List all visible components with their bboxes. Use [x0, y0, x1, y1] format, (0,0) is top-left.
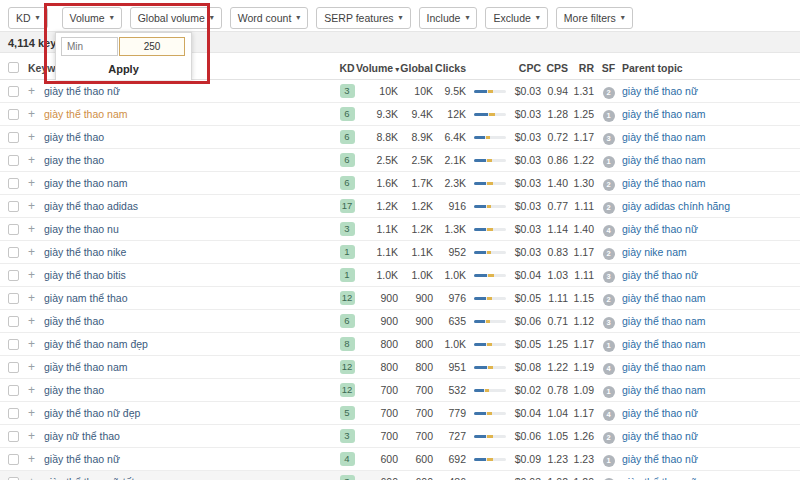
- keyword-link[interactable]: giày thể thao: [44, 131, 104, 143]
- plus-icon[interactable]: +: [28, 222, 35, 236]
- header-parent-topic[interactable]: Parent topic: [622, 62, 683, 74]
- plus-icon[interactable]: +: [28, 383, 35, 397]
- filter-word-count-button[interactable]: Word count ▾: [230, 7, 309, 29]
- select-all-checkbox[interactable]: [8, 62, 19, 73]
- header-cpc[interactable]: CPC: [498, 62, 541, 74]
- keyword-link[interactable]: giày thể thao nam đẹp: [44, 338, 148, 350]
- sf-badge[interactable]: 2: [603, 248, 615, 260]
- row-checkbox[interactable]: [8, 86, 19, 97]
- parent-topic-link[interactable]: giày thể thao nam: [622, 292, 705, 304]
- row-checkbox[interactable]: [8, 316, 19, 327]
- keyword-link[interactable]: giay the thao nu: [44, 223, 119, 235]
- sf-badge[interactable]: 4: [603, 409, 615, 421]
- row-checkbox[interactable]: [8, 293, 19, 304]
- apply-button[interactable]: Apply: [56, 58, 191, 80]
- parent-topic-link[interactable]: giày thể thao nam: [622, 338, 705, 350]
- row-checkbox[interactable]: [8, 362, 19, 373]
- keyword-link[interactable]: giày thể thao adidas: [44, 200, 138, 212]
- filter-volume-button[interactable]: Volume ▾: [62, 7, 122, 29]
- plus-icon[interactable]: +: [28, 107, 35, 121]
- filter-serp-features-button[interactable]: SERP features ▾: [316, 7, 410, 29]
- parent-topic-link[interactable]: giày thể thao nam: [622, 384, 705, 396]
- sf-badge[interactable]: 1: [603, 156, 615, 168]
- parent-topic-link[interactable]: giày thể thao nam: [622, 131, 705, 143]
- sf-badge[interactable]: 2: [603, 179, 615, 191]
- keyword-link[interactable]: giầy thể thao: [44, 315, 104, 327]
- sf-badge[interactable]: 1: [603, 455, 615, 467]
- plus-icon[interactable]: +: [28, 268, 35, 282]
- sf-badge[interactable]: 2: [603, 432, 615, 444]
- row-checkbox[interactable]: [8, 247, 19, 258]
- keyword-link[interactable]: giày thể thao nike: [44, 246, 126, 258]
- row-checkbox[interactable]: [8, 454, 19, 465]
- plus-icon[interactable]: +: [28, 452, 35, 466]
- sf-badge[interactable]: 3: [603, 271, 615, 283]
- plus-icon[interactable]: +: [28, 475, 35, 480]
- parent-topic-link[interactable]: giày thể thao nữ: [622, 453, 698, 465]
- sf-badge[interactable]: 4: [603, 363, 615, 375]
- sf-badge[interactable]: 1: [603, 386, 615, 398]
- parent-topic-link[interactable]: giày thể thao nam: [622, 315, 705, 327]
- parent-topic-link[interactable]: giày adidas chính hãng: [622, 200, 730, 212]
- keyword-link[interactable]: giày nữ thể thao: [44, 430, 120, 442]
- header-clicks[interactable]: Clicks: [430, 62, 466, 74]
- keyword-link[interactable]: giày thể thao bitis: [44, 269, 126, 281]
- parent-topic-link[interactable]: giày thể thao nam: [622, 154, 705, 166]
- parent-topic-link[interactable]: giày thể thao nữ: [622, 407, 698, 419]
- row-checkbox[interactable]: [8, 431, 19, 442]
- row-checkbox[interactable]: [8, 224, 19, 235]
- plus-icon[interactable]: +: [28, 84, 35, 98]
- row-checkbox[interactable]: [8, 408, 19, 419]
- parent-topic-link[interactable]: giày thể thao nữ: [622, 85, 698, 97]
- header-volume[interactable]: Volume▾: [356, 62, 398, 74]
- keyword-link[interactable]: giầy thể thao nam: [44, 361, 127, 373]
- keyword-link[interactable]: giầy thể thao nữ: [44, 453, 120, 465]
- row-checkbox[interactable]: [8, 132, 19, 143]
- sf-badge[interactable]: 2: [603, 294, 615, 306]
- keyword-link[interactable]: giay the thao nam: [44, 177, 127, 189]
- row-checkbox[interactable]: [8, 201, 19, 212]
- keyword-link[interactable]: giày thể thao nữ: [44, 85, 120, 97]
- plus-icon[interactable]: +: [28, 314, 35, 328]
- keyword-link[interactable]: giày the thao: [44, 384, 104, 396]
- sf-badge[interactable]: 3: [603, 317, 615, 329]
- filter-more-filters-button[interactable]: More filters ▾: [556, 7, 633, 29]
- row-checkbox[interactable]: [8, 339, 19, 350]
- header-rr[interactable]: RR: [566, 62, 594, 74]
- plus-icon[interactable]: +: [28, 153, 35, 167]
- sf-badge[interactable]: 1: [603, 110, 615, 122]
- sf-badge[interactable]: 2: [603, 87, 615, 99]
- parent-topic-link[interactable]: giày thể thao nữ: [622, 476, 698, 480]
- filter-global-volume-button[interactable]: Global volume ▾: [130, 7, 222, 29]
- parent-topic-link[interactable]: giày thể thao nam: [622, 108, 705, 120]
- plus-icon[interactable]: +: [28, 360, 35, 374]
- volume-min-input[interactable]: [61, 37, 118, 56]
- keyword-link[interactable]: giay the thao: [44, 154, 104, 166]
- header-global[interactable]: Global: [398, 62, 433, 74]
- sf-badge[interactable]: 1: [603, 340, 615, 352]
- keyword-link[interactable]: giày thể thao nữ tốt: [44, 476, 135, 480]
- plus-icon[interactable]: +: [28, 176, 35, 190]
- parent-topic-link[interactable]: giày thể thao nam: [622, 361, 705, 373]
- plus-icon[interactable]: +: [28, 291, 35, 305]
- parent-topic-link[interactable]: giày nike nam: [622, 246, 687, 258]
- sf-badge[interactable]: 3: [603, 133, 615, 145]
- parent-topic-link[interactable]: giày thể thao nữ: [622, 269, 698, 281]
- filter-include-button[interactable]: Include ▾: [419, 7, 478, 29]
- row-checkbox[interactable]: [8, 178, 19, 189]
- plus-icon[interactable]: +: [28, 199, 35, 213]
- parent-topic-link[interactable]: giày thể thao nữ: [622, 430, 698, 442]
- header-cps[interactable]: CPS: [541, 62, 568, 74]
- plus-icon[interactable]: +: [28, 406, 35, 420]
- header-kd[interactable]: KD: [336, 62, 358, 74]
- row-checkbox[interactable]: [8, 155, 19, 166]
- sf-badge[interactable]: 2: [603, 202, 615, 214]
- parent-topic-link[interactable]: giày thể thao nữ: [622, 223, 698, 235]
- plus-icon[interactable]: +: [28, 429, 35, 443]
- row-checkbox[interactable]: [8, 270, 19, 281]
- header-sf[interactable]: SF: [600, 62, 617, 74]
- keyword-link[interactable]: giày thể thao nam: [44, 108, 127, 120]
- plus-icon[interactable]: +: [28, 130, 35, 144]
- parent-topic-link[interactable]: giày thể thao nam: [622, 177, 705, 189]
- plus-icon[interactable]: +: [28, 337, 35, 351]
